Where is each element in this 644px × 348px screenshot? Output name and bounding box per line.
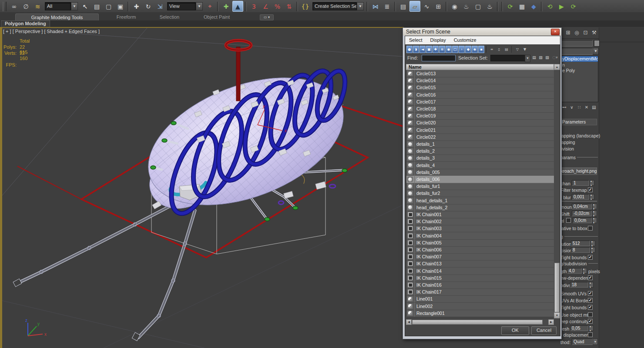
list-item-circle015[interactable]: Circle015 [406,84,554,91]
shift-spinner[interactable] [592,211,597,216]
list-item-ik-chain001[interactable]: IK Chain001 [406,211,554,218]
texmap-button[interactable]: kroach_height.png) [560,167,597,175]
display-bone-objects-icon[interactable]: ◈ [472,46,478,53]
name-column-header[interactable]: Name [406,64,554,70]
view-dependent-checkbox[interactable]: ✓ [588,275,593,280]
list-item-rectangle001[interactable]: Rectangle001 [406,310,554,317]
type-option-2d-mapping[interactable]: apping (landscape) [561,133,600,138]
shift-field[interactable]: -0,02cm [572,211,592,216]
object-name-field[interactable] [560,40,593,47]
reference-coordinate-system-dropdown-arrow-icon[interactable]: ▼ [196,2,203,10]
remove-modifier-icon[interactable]: ✕ [584,104,590,110]
edge-length-field[interactable]: 4,0 [567,268,582,274]
keep-continuity-checkbox[interactable]: ✓ [588,319,593,324]
close-icon[interactable]: ✕ [551,29,560,35]
modifier-stack-entry[interactable]: n [561,62,598,68]
display-dependents-icon[interactable]: ▯ [496,46,502,53]
edge-thresh-field[interactable]: 0,05 [570,325,588,331]
ribbon-minimize-button[interactable]: ▭ ▾ [260,14,274,20]
split-method-dropdown[interactable]: Quad [572,338,593,345]
display-helpers-icon[interactable]: ✚ [433,46,439,53]
list-item-circle018[interactable]: Circle018 [406,105,554,113]
water-level-field[interactable]: 0,0cm [573,218,592,223]
filter-texmap-checkbox[interactable]: ✓ [588,187,593,192]
list-item-ik-chain007[interactable]: IK Chain007 [406,253,554,261]
relative-to-bbox-checkbox[interactable] [588,226,593,231]
tight-bounds-2d-checkbox[interactable]: ✓ [588,255,593,260]
list-vertical-scrollbar[interactable]: ▲ ▼ [554,64,560,318]
list-item-details_006[interactable]: details_006 [406,176,554,183]
curve-editor-icon[interactable]: ∿ [421,1,432,12]
list-item-circle017[interactable]: Circle017 [406,98,554,106]
list-item-circle013[interactable]: Circle013 [406,70,554,77]
advanced-filter-icon[interactable]: ▼ [522,46,527,53]
viewport-label[interactable]: [ + ] [ Perspective ] [ Shaded + Edged F… [3,29,100,34]
vector-displacement-checkbox[interactable] [588,332,593,337]
vertical-scroll-thumb[interactable] [554,263,560,312]
precision-spinner[interactable] [590,247,595,253]
menu-display[interactable]: Display [426,36,450,44]
object-color-swatch[interactable] [594,40,600,47]
list-item-circle019[interactable]: Circle019 [406,112,554,120]
list-horizontal-scrollbar[interactable]: ◀ ▶ [406,319,554,325]
rendered-frame-window-icon[interactable]: ▢ [473,1,483,12]
select-by-name-icon[interactable]: ▤ [91,1,102,12]
water-level-checkbox[interactable] [566,218,571,223]
selection-set-arrow[interactable]: ▼ [525,55,530,62]
display-bones-icon[interactable]: › [459,46,465,53]
display-space-warps-icon[interactable]: ≋ [439,46,445,53]
resolution-field[interactable]: 512 [571,241,590,246]
sort-by-hierarchy-icon[interactable]: ≡ [489,46,495,53]
menu-select[interactable]: Select [405,36,426,44]
list-item-ik-chain003[interactable]: IK Chain003 [406,225,554,232]
list-item-head_details_1[interactable]: head_details_1 [406,197,554,204]
selection-filter-dropdown-arrow-icon[interactable]: ▼ [71,2,78,10]
list-item-ik-chain013[interactable]: IK Chain013 [406,260,554,268]
list-item-ik-chain004[interactable]: IK Chain004 [406,232,554,240]
display-containers-icon[interactable]: ◆ [465,46,471,53]
ribbon-tab-selection[interactable]: Selection [153,13,186,20]
window-crossing-icon[interactable]: ▣ [115,1,126,12]
make-unique-icon[interactable]: ∷ [576,104,582,110]
modifier-list-arrow[interactable]: ▼ [593,48,599,55]
modifier-stack-entry[interactable]: e Poly [561,68,598,74]
utilities-tab[interactable]: ⚒ [590,28,598,37]
list-item-circle016[interactable]: Circle016 [406,91,554,99]
motion-tab[interactable]: ◎ [573,28,581,37]
create-selection-set-icon[interactable]: ▤ [531,54,537,61]
parameters-rollout-header[interactable]: Parameters [560,119,597,125]
unlink-selection-icon[interactable]: ∅ [20,1,31,12]
list-item-circle020[interactable]: Circle020 [406,119,554,127]
modifier-stack-entry[interactable]: yDisplacementMod [561,56,598,62]
subtract-from-selection-set-icon[interactable]: ▨ [544,54,550,61]
split-method-arrow[interactable]: ▼ [593,338,598,345]
list-item-details_3[interactable]: details_3 [406,154,554,162]
list-item-line001[interactable]: Line001 [406,295,554,303]
precision-field[interactable]: 8 [571,247,590,253]
modifier-list-dropdown[interactable] [560,48,593,55]
horizontal-scroll-thumb[interactable] [412,320,543,325]
next-state-set-icon[interactable]: ⟳ [568,1,579,12]
keyboard-shortcut-override-icon[interactable]: ▲ [232,1,243,12]
select-object-icon[interactable]: ↖ [80,1,91,12]
list-item-ik-chain006[interactable]: IK Chain006 [406,246,554,254]
uvs-at-borders-checkbox[interactable]: ✓ [588,298,593,303]
display-shapes-icon[interactable]: ◗ [413,46,419,53]
material-editor-icon[interactable]: ◉ [449,1,460,12]
list-item-details_fur2[interactable]: details_fur2 [406,190,554,197]
list-item-ik-chain016[interactable]: IK Chain016 [406,281,554,289]
pin-stack-icon[interactable]: ⊷ [561,104,567,110]
snaps-toggle-3d-icon[interactable]: 3 [248,1,259,12]
edge-length-spinner[interactable] [582,268,587,274]
display-tab[interactable]: ⊡ [581,28,590,37]
type-option-subdivision[interactable]: ivision [561,146,574,151]
edit-named-selection-sets-icon[interactable]: {} [300,1,311,12]
selection-filter-dropdown[interactable]: All▼ [45,2,78,10]
amount-spinner[interactable] [592,204,597,209]
ok-button[interactable]: OK [501,326,529,335]
rectangular-selection-region-icon[interactable]: ▢ [103,1,114,12]
select-and-link-icon[interactable]: ∞ [9,1,20,12]
menu-customize[interactable]: Customize [450,36,480,44]
filter-blur-field[interactable]: 0,001 [572,194,589,200]
max-subdivs-field[interactable]: 18 [570,282,588,288]
